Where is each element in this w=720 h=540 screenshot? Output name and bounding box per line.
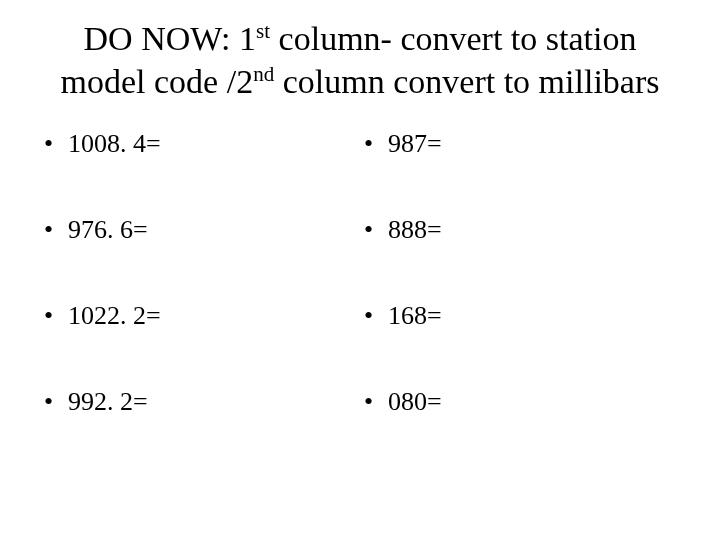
left-column: 1008. 4= 976. 6= 1022. 2= 992. 2= [40,129,360,473]
title-sup-1: st [256,19,270,43]
title-part-1: DO NOW: 1 [84,20,257,57]
list-item: 168= [360,301,680,331]
left-list: 1008. 4= 976. 6= 1022. 2= 992. 2= [40,129,360,417]
right-list: 987= 888= 168= 080= [360,129,680,417]
content-columns: 1008. 4= 976. 6= 1022. 2= 992. 2= 987= 8… [40,129,680,473]
slide-title: DO NOW: 1st column- convert to station m… [40,18,680,103]
list-item: 992. 2= [40,387,360,417]
list-item: 987= [360,129,680,159]
title-part-3: column convert to millibars [274,63,659,100]
list-item: 976. 6= [40,215,360,245]
slide: DO NOW: 1st column- convert to station m… [0,0,720,540]
right-column: 987= 888= 168= 080= [360,129,680,473]
title-sup-2: nd [253,61,274,85]
list-item: 080= [360,387,680,417]
list-item: 888= [360,215,680,245]
list-item: 1008. 4= [40,129,360,159]
list-item: 1022. 2= [40,301,360,331]
